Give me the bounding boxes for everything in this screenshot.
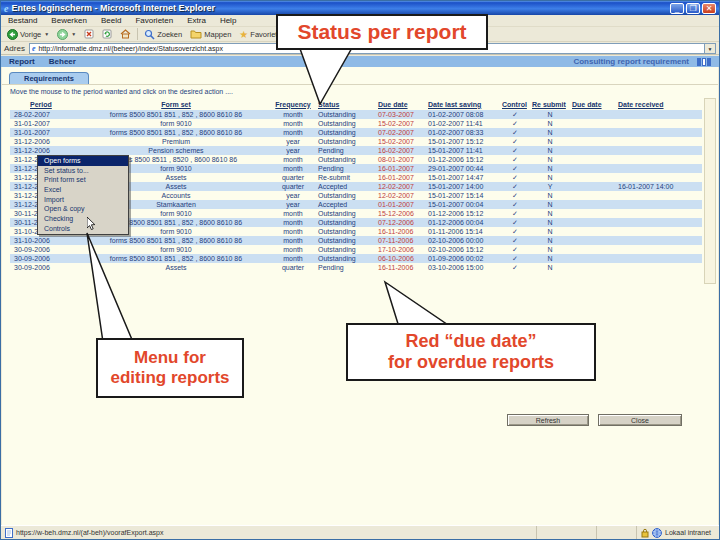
table-scrollbar[interactable]: [704, 98, 716, 284]
home-button[interactable]: [116, 28, 135, 41]
table-row[interactable]: 31-01-2007 forms 8500 8501 851 , 852 , 8…: [10, 128, 702, 137]
close-page-button[interactable]: Close: [598, 414, 682, 426]
cell-control: ✓: [500, 200, 530, 209]
menu-bar-item[interactable]: Extra: [180, 16, 213, 25]
tab-divider: [2, 84, 718, 85]
cell-period[interactable]: 31-12-2006: [10, 146, 82, 155]
cell-due-date: 16-01-2007: [376, 173, 426, 182]
cell-date-received: [616, 173, 702, 182]
back-button[interactable]: Vorige ▼: [3, 28, 53, 41]
cell-due-date-2: [570, 236, 616, 245]
table-row[interactable]: 31-12-2006 Pension schemes year Pending …: [10, 146, 702, 155]
nav-beheer[interactable]: Beheer: [49, 57, 76, 66]
table-row[interactable]: 31-12-2006 Premium year Outstanding 15-0…: [10, 137, 702, 146]
cell-period[interactable]: 31-10-2006: [10, 236, 82, 245]
context-menu-item[interactable]: Excel: [38, 185, 128, 195]
cell-period[interactable]: 31-01-2007: [10, 119, 82, 128]
forward-button[interactable]: ▼: [53, 28, 80, 41]
nav-report[interactable]: Report: [9, 57, 35, 66]
table-row[interactable]: 30-09-2006 Assets quarter Pending 16-11-…: [10, 263, 702, 272]
cell-period[interactable]: 30-09-2006: [10, 263, 82, 272]
cell-date-last-saving: 02-10-2006 00:00: [426, 236, 500, 245]
title-bar: e Entes loginscherm - Microsoft Internet…: [1, 1, 719, 15]
cell-due-date: 16-02-2007: [376, 146, 426, 155]
minimize-button[interactable]: _: [670, 3, 684, 14]
cell-status: Pending: [316, 263, 376, 272]
cell-date-received: [616, 137, 702, 146]
menu-bar-item[interactable]: Beeld: [94, 16, 128, 25]
cell-due-date: 06-10-2006: [376, 254, 426, 263]
cell-date-last-saving: 01-02-2007 08:08: [426, 110, 500, 119]
stop-button[interactable]: [80, 28, 98, 41]
context-menu-item[interactable]: Set status to...: [38, 166, 128, 176]
refresh-page-button[interactable]: Refresh: [507, 414, 589, 426]
cell-frequency: year: [270, 191, 316, 200]
cell-re-submit: N: [530, 245, 570, 254]
menu-bar-item[interactable]: Bewerken: [44, 16, 94, 25]
cell-period[interactable]: 31-01-2007: [10, 128, 82, 137]
cell-period[interactable]: 30-09-2006: [10, 245, 82, 254]
forward-dropdown-icon[interactable]: ▼: [71, 31, 76, 37]
cell-date-last-saving: 01-09-2006 00:02: [426, 254, 500, 263]
cell-status: Outstanding: [316, 218, 376, 227]
browser-window: e Entes loginscherm - Microsoft Internet…: [0, 0, 720, 540]
address-dropdown-button[interactable]: ▼: [705, 43, 716, 54]
column-header[interactable]: Date last saving: [426, 98, 500, 110]
table-row[interactable]: 31-10-2006 forms 8500 8501 851 , 852 , 8…: [10, 236, 702, 245]
table-row[interactable]: 28-02-2007 forms 8500 8501 851 , 852 , 8…: [10, 110, 702, 119]
close-button[interactable]: ✕: [702, 3, 716, 14]
cell-status: Accepted: [316, 200, 376, 209]
cell-due-date: 16-11-2006: [376, 263, 426, 272]
menu-bar-item[interactable]: Help: [213, 16, 243, 25]
context-menu-item[interactable]: Checking: [38, 214, 128, 224]
column-header[interactable]: Form set: [82, 98, 270, 110]
cell-frequency: quarter: [270, 263, 316, 272]
back-dropdown-icon[interactable]: ▼: [44, 31, 49, 37]
table-header: PeriodForm setFrequencyStatusDue dateDat…: [10, 98, 702, 110]
cell-date-received: [616, 236, 702, 245]
column-header[interactable]: Control: [500, 98, 530, 110]
cell-due-date: 07-12-2006: [376, 218, 426, 227]
zone-label: Lokaal intranet: [665, 529, 711, 536]
column-header[interactable]: Due date: [376, 98, 426, 110]
cell-period[interactable]: 28-02-2007: [10, 110, 82, 119]
table-row[interactable]: 30-09-2006 form 9010 month Outstanding 1…: [10, 245, 702, 254]
cell-control: ✓: [500, 236, 530, 245]
cell-re-submit: N: [530, 173, 570, 182]
cell-form-set: form 9010: [82, 119, 270, 128]
column-header[interactable]: Re submit: [530, 98, 570, 110]
table-row[interactable]: 31-01-2007 form 9010 month Outstanding 1…: [10, 119, 702, 128]
context-menu-item[interactable]: Open & copy: [38, 204, 128, 214]
app-bar-caption: Consulting report requirement: [573, 57, 689, 66]
context-menu-item[interactable]: Open forms: [38, 156, 128, 166]
context-menu-item[interactable]: Print form set: [38, 175, 128, 185]
table-row[interactable]: 30-09-2006 forms 8500 8501 851 , 852 , 8…: [10, 254, 702, 263]
folder-icon: [190, 29, 202, 39]
context-menu-item[interactable]: Controls: [38, 224, 128, 234]
cell-date-last-saving: 15-01-2007 15:14: [426, 191, 500, 200]
menu-bar-item[interactable]: Bestand: [1, 16, 44, 25]
cell-form-set: form 9010: [82, 245, 270, 254]
column-header[interactable]: Period: [10, 98, 82, 110]
cell-period[interactable]: 30-09-2006: [10, 254, 82, 263]
folders-button[interactable]: Mappen: [186, 28, 235, 41]
column-header[interactable]: Date received: [616, 98, 702, 110]
status-bar: https://w-beh.dmz.nl/(af-beh)/voorafExpo…: [1, 525, 719, 539]
search-button[interactable]: Zoeken: [140, 28, 186, 41]
tab-requirements[interactable]: Requirements: [9, 72, 89, 84]
menu-bar-item[interactable]: Favorieten: [128, 16, 180, 25]
column-header[interactable]: Due date: [570, 98, 616, 110]
cell-re-submit: N: [530, 191, 570, 200]
status-bar-pane: [537, 526, 597, 539]
column-header[interactable]: Status: [316, 98, 376, 110]
context-menu-item[interactable]: Import: [38, 195, 128, 205]
search-label: Zoeken: [157, 30, 182, 39]
cell-period[interactable]: 31-12-2006: [10, 137, 82, 146]
column-header[interactable]: Frequency: [270, 98, 316, 110]
cell-due-date-2: [570, 182, 616, 191]
cell-frequency: month: [270, 110, 316, 119]
maximize-button[interactable]: ❐: [686, 3, 700, 14]
refresh-button[interactable]: [98, 28, 116, 41]
instruction-text: Move the mouse to the period wanted and …: [10, 88, 233, 95]
cell-date-last-saving: 15-01-2007 11:41: [426, 146, 500, 155]
